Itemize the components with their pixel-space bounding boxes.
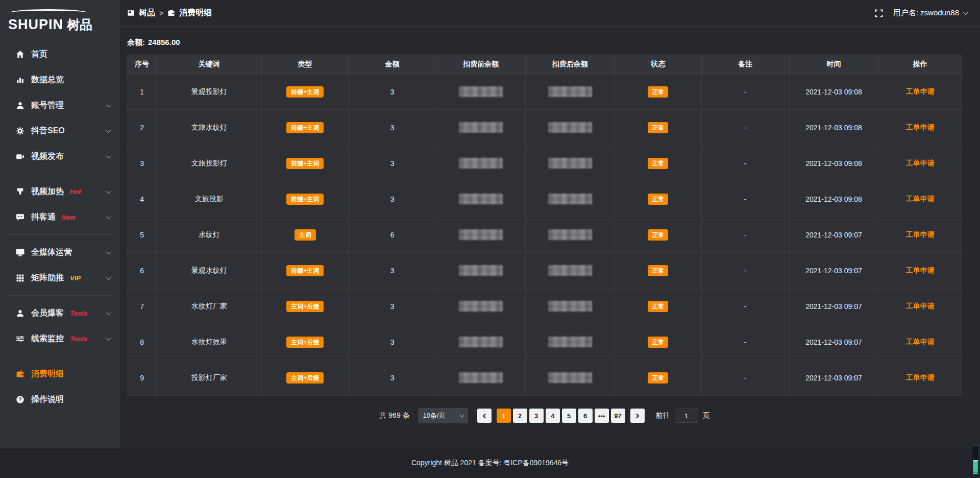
- sidebar-item-consumption-detail[interactable]: 消费明细: [0, 361, 120, 387]
- sidebar-item-video-publish[interactable]: 视频发布: [0, 144, 120, 169]
- col-amount: 金额: [349, 55, 436, 74]
- action-cell: 工单申请: [878, 360, 962, 396]
- masked-value: [548, 301, 592, 312]
- next-page-button[interactable]: [630, 409, 645, 423]
- masked-value: [459, 265, 503, 276]
- table-row: 1 景观投影灯 前缀+主词 3 正常 - 2021-12-03 09:08 工单…: [128, 74, 962, 110]
- keyword-cell: 文旅水纹灯: [157, 110, 262, 146]
- breadcrumb-home[interactable]: 树品: [127, 8, 155, 18]
- col-balance-before: 扣费前余额: [436, 55, 525, 74]
- sidebar-item-douyin-seo[interactable]: 抖音SEO: [0, 118, 120, 144]
- goto-page: 前往 页: [656, 409, 710, 423]
- amount-cell: 3: [349, 110, 436, 146]
- chevron-down-icon: [963, 10, 968, 15]
- status-badge: 正常: [648, 229, 668, 241]
- balance-after-cell: [525, 324, 615, 360]
- sidebar-item-lead-monitor[interactable]: 线索监控 Tools: [0, 326, 120, 351]
- table-row: 6 景观水纹灯 前缀+主词 3 正常 - 2021-12-03 09:07 工单…: [128, 253, 962, 289]
- goto-page-input[interactable]: [675, 409, 698, 423]
- work-order-link[interactable]: 工单申请: [906, 373, 935, 381]
- type-badge: 前缀+主词: [286, 86, 324, 98]
- brand-logo: SHUPIN 树品: [0, 4, 120, 36]
- work-order-link[interactable]: 工单申请: [906, 123, 935, 131]
- sidebar-item-label: 会员爆客: [31, 308, 64, 319]
- sidebar-item-matrix-boost[interactable]: 矩阵助推 VIP: [0, 265, 120, 291]
- balance-before-cell: [436, 253, 525, 289]
- chevron-left-icon: [482, 413, 487, 418]
- time-cell: 2021-12-03 09:07: [789, 360, 878, 396]
- page-button[interactable]: 3: [529, 409, 544, 423]
- work-order-link[interactable]: 工单申请: [906, 195, 935, 203]
- app-shell: SHUPIN 树品 首页 数据总览 账号管理: [0, 0, 980, 448]
- sidebar-item-video-heat[interactable]: 视频加热 Hot: [0, 179, 120, 204]
- chevron-down-icon: [106, 102, 111, 107]
- sidebar-item-doukoutong[interactable]: 抖客通 New: [0, 204, 120, 230]
- page-size-select[interactable]: 10条/页: [418, 408, 468, 423]
- masked-value: [548, 337, 592, 347]
- status-cell: 正常: [615, 110, 701, 146]
- user-menu[interactable]: 用户名: zswodun88: [893, 8, 967, 18]
- table-body: 1 景观投影灯 前缀+主词 3 正常 - 2021-12-03 09:08 工单…: [128, 74, 962, 396]
- work-order-link[interactable]: 工单申请: [906, 266, 935, 274]
- remark-cell: -: [701, 324, 789, 360]
- keyword-cell: 景观水纹灯: [157, 253, 262, 289]
- screen-icon: [127, 9, 135, 17]
- time-cell: 2021-12-03 09:08: [789, 181, 878, 217]
- balance-before-cell: [436, 74, 525, 110]
- page-button[interactable]: 97: [611, 409, 625, 423]
- page-more-button[interactable]: •••: [595, 409, 609, 423]
- sidebar-item-home[interactable]: 首页: [0, 41, 120, 67]
- sidebar-item-account[interactable]: 账号管理: [0, 92, 120, 118]
- masked-value: [548, 122, 592, 133]
- time-cell: 2021-12-03 09:08: [789, 74, 878, 110]
- work-order-link[interactable]: 工单申请: [906, 159, 935, 167]
- masked-value: [548, 265, 592, 276]
- time-cell: 2021-12-03 09:07: [789, 217, 878, 253]
- fullscreen-icon[interactable]: [875, 9, 883, 17]
- chevron-down-icon: [106, 336, 111, 341]
- sidebar-item-label: 全媒体运营: [31, 247, 72, 258]
- work-order-link[interactable]: 工单申请: [906, 302, 935, 310]
- col-status: 状态: [615, 55, 701, 74]
- chevron-down-icon: [459, 413, 463, 417]
- topbar: 树品 > 消费明细 用户名: zswodun88: [120, 0, 980, 27]
- prev-page-button[interactable]: [477, 409, 492, 423]
- chevron-down-icon: [106, 188, 111, 194]
- time-cell: 2021-12-03 09:07: [789, 324, 878, 360]
- action-cell: 工单申请: [878, 217, 962, 253]
- index-cell: 9: [128, 360, 157, 396]
- masked-value: [459, 158, 503, 169]
- menu-divider: [8, 295, 112, 296]
- work-order-link[interactable]: 工单申请: [906, 87, 935, 95]
- keyword-cell: 投影灯厂家: [157, 360, 262, 396]
- sidebar-item-member-burst[interactable]: 会员爆客 Tools: [0, 300, 120, 326]
- action-cell: 工单申请: [878, 253, 962, 289]
- work-order-link[interactable]: 工单申请: [906, 338, 935, 346]
- work-order-link[interactable]: 工单申请: [906, 230, 935, 238]
- video-camera-icon: [15, 152, 24, 161]
- breadcrumb-current[interactable]: 消费明细: [167, 8, 212, 18]
- page-button[interactable]: 5: [562, 409, 576, 423]
- sidebar-item-omnimedia[interactable]: 全媒体运营: [0, 240, 120, 265]
- table-row: 7 水纹灯厂家 主词+后缀 3 正常 - 2021-12-03 09:07 工单…: [128, 289, 962, 324]
- sidebar-item-data-overview[interactable]: 数据总览: [0, 67, 120, 92]
- sidebar-item-instructions[interactable]: ? 操作说明: [0, 387, 120, 412]
- page-button[interactable]: 1: [497, 409, 511, 423]
- user-icon: [15, 101, 24, 110]
- page-button[interactable]: 6: [578, 409, 593, 423]
- type-badge: 主词+后缀: [286, 372, 324, 384]
- masked-value: [548, 229, 592, 240]
- home-icon: [15, 50, 24, 59]
- action-cell: 工单申请: [878, 324, 962, 360]
- remark-cell: -: [701, 253, 789, 289]
- remark-cell: -: [701, 74, 789, 110]
- time-cell: 2021-12-03 09:08: [789, 146, 878, 181]
- table-row: 9 投影灯厂家 主词+后缀 3 正常 - 2021-12-03 09:07 工单…: [128, 360, 962, 396]
- masked-value: [459, 229, 503, 240]
- page-button[interactable]: 4: [546, 409, 560, 423]
- action-cell: 工单申请: [878, 146, 962, 181]
- balance-after-cell: [525, 217, 615, 253]
- remark-cell: -: [701, 289, 789, 324]
- balance: 余额:24856.00: [127, 38, 962, 47]
- page-button[interactable]: 2: [513, 409, 527, 423]
